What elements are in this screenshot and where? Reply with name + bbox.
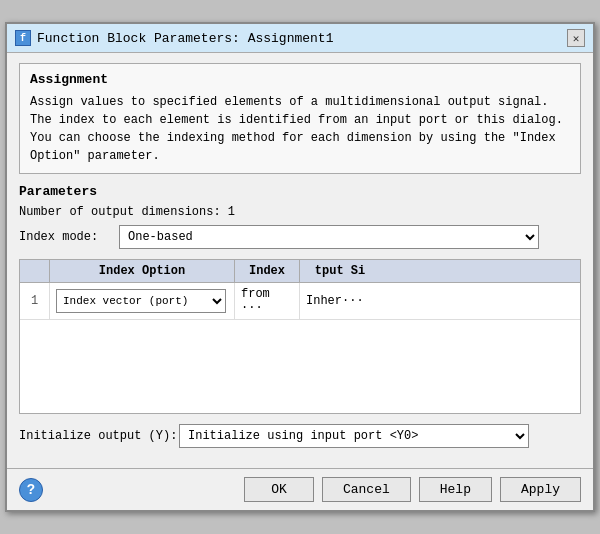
main-window: f Function Block Parameters: Assignment1… — [5, 22, 595, 512]
assignment-title: Assignment — [30, 72, 570, 87]
init-output-row: Initialize output (Y): Initialize using … — [19, 424, 581, 448]
content-area: Assignment Assign values to specified el… — [7, 53, 593, 468]
window-icon: f — [15, 30, 31, 46]
init-output-select[interactable]: Initialize using input port <Y0> Initial… — [179, 424, 529, 448]
col-header-num — [20, 260, 50, 282]
close-button[interactable]: ✕ — [567, 29, 585, 47]
row-index-option: Index vector (port) — [50, 283, 235, 319]
bottom-buttons: ? OK Cancel Help Apply — [7, 468, 593, 510]
apply-button[interactable]: Apply — [500, 477, 581, 502]
help-circle-button[interactable]: ? — [19, 478, 43, 502]
assignment-section: Assignment Assign values to specified el… — [19, 63, 581, 174]
init-output-label: Initialize output (Y): — [19, 429, 179, 443]
parameters-section: Parameters Number of output dimensions: … — [19, 184, 581, 249]
help-button[interactable]: Help — [419, 477, 492, 502]
num-output-dimensions-row: Number of output dimensions: 1 — [19, 205, 581, 219]
ok-button[interactable]: OK — [244, 477, 314, 502]
num-output-dim-label: Number of output dimensions: 1 — [19, 205, 235, 219]
col-header-tput-si: tput Si — [300, 260, 380, 282]
window-title: Function Block Parameters: Assignment1 — [37, 31, 333, 46]
table-header: Index Option Index tput Si — [20, 260, 580, 283]
row-index-value: from ··· — [235, 283, 300, 319]
help-icon-area: ? — [19, 478, 43, 502]
index-mode-row: Index mode: One-based Zero-based — [19, 225, 581, 249]
table-body: 1 Index vector (port) from ··· Inher··· — [20, 283, 580, 413]
titlebar: f Function Block Parameters: Assignment1… — [7, 24, 593, 53]
row-tput-si: Inher··· — [300, 283, 380, 319]
parameters-title: Parameters — [19, 184, 581, 199]
index-mode-label: Index mode: — [19, 230, 119, 244]
col-header-index-option: Index Option — [50, 260, 235, 282]
index-table: Index Option Index tput Si 1 Index vecto… — [19, 259, 581, 414]
cancel-button[interactable]: Cancel — [322, 477, 411, 502]
table-row: 1 Index vector (port) from ··· Inher··· — [20, 283, 580, 320]
index-option-select[interactable]: Index vector (port) — [56, 289, 226, 313]
titlebar-left: f Function Block Parameters: Assignment1 — [15, 30, 333, 46]
col-header-index: Index — [235, 260, 300, 282]
assignment-description: Assign values to specified elements of a… — [30, 93, 570, 165]
row-number: 1 — [20, 283, 50, 319]
index-mode-select[interactable]: One-based Zero-based — [119, 225, 539, 249]
